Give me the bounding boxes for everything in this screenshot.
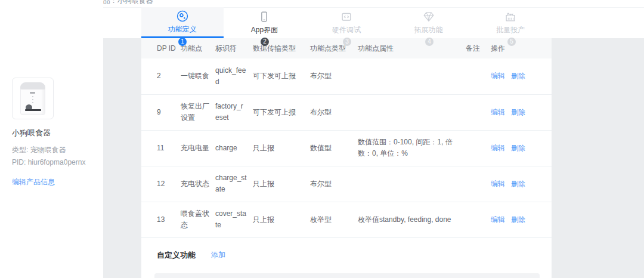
table-row: 12 充电状态 charge_state 只上报 布尔型 编辑删除 — [141, 166, 552, 202]
cell-identifier: charge — [215, 130, 253, 166]
tab-label: 功能定义 — [168, 24, 197, 35]
cell-point-type: 枚举型 — [310, 202, 358, 237]
cell-transfer-type: 可下发可上报 — [253, 58, 310, 94]
cell-identifier: factory_reset — [215, 94, 253, 130]
cell-point-props — [358, 166, 466, 202]
cell-transfer-type: 只上报 — [253, 130, 310, 166]
cell-point-props: 枚举值standby, feeding, done — [358, 202, 466, 237]
cell-point-type: 布尔型 — [310, 94, 358, 130]
gem-icon — [422, 10, 435, 23]
edit-link[interactable]: 编辑 — [491, 180, 505, 188]
cell-identifier: quick_feed — [215, 58, 253, 94]
cell-point-props — [358, 94, 466, 130]
col-point-props: 功能点属性 — [358, 38, 466, 58]
cell-identifier: cover_state — [215, 202, 253, 237]
tab-hardware-debug[interactable]: 硬件调试 — [305, 7, 388, 38]
step-dot-4: 4 — [425, 38, 434, 46]
step-dot-3: 3 — [343, 38, 351, 46]
cell-dp-id: 2 — [141, 58, 181, 94]
product-name: 小狗喂食器 — [12, 128, 51, 138]
tab-mass-production[interactable]: 批量投产 — [469, 7, 552, 38]
cell-function-point: 恢复出厂设置 — [181, 94, 215, 130]
col-dp-id: DP ID — [141, 38, 181, 58]
custom-function-title: 自定义功能 — [157, 250, 196, 261]
delete-link[interactable]: 删除 — [511, 108, 525, 116]
step-tabs: 功能定义 App界面 硬件调试 拓展功能 — [141, 7, 552, 38]
edit-link[interactable]: 编辑 — [491, 72, 505, 80]
tab-label: 硬件调试 — [332, 25, 361, 35]
cell-identifier: charge_state — [215, 166, 253, 202]
table-row: 9 恢复出厂设置 factory_reset 可下发可上报 布尔型 编辑删除 — [141, 94, 552, 130]
datapoint-table: DP ID 功能点 标识符 数据传输类型 功能点类型 功能点属性 备注 操作 2… — [141, 38, 552, 238]
phone-icon — [258, 10, 271, 23]
cell-transfer-type: 只上报 — [253, 202, 310, 237]
col-actions: 操作 — [491, 38, 552, 58]
tab-label: 拓展功能 — [414, 25, 443, 35]
col-identifier: 标识符 — [215, 38, 253, 58]
cell-point-type: 布尔型 — [310, 58, 358, 94]
cell-point-type: 数值型 — [310, 130, 358, 166]
table-row: 2 一键喂食 quick_feed 可下发可上报 布尔型 编辑删除 — [141, 58, 552, 94]
product-pid: PID: hiur6fopma0pernx — [12, 158, 85, 166]
col-remark: 备注 — [466, 38, 491, 58]
edit-link[interactable]: 编辑 — [491, 144, 505, 152]
tab-app-ui[interactable]: App界面 — [224, 7, 306, 38]
tab-extended-functions[interactable]: 拓展功能 — [388, 7, 470, 38]
factory-icon — [504, 10, 517, 23]
pet-feeder-illustration — [20, 82, 45, 115]
delete-link[interactable]: 删除 — [511, 72, 525, 80]
tab-function-definition[interactable]: 功能定义 — [141, 7, 224, 38]
tab-label: 批量投产 — [496, 25, 525, 35]
step-dot-5: 5 — [507, 38, 516, 46]
cell-remark — [466, 166, 491, 202]
delete-link[interactable]: 删除 — [511, 180, 525, 188]
edit-link[interactable]: 编辑 — [491, 215, 505, 224]
step-dot-2: 2 — [261, 38, 269, 46]
cell-remark — [466, 202, 491, 237]
delete-link[interactable]: 删除 — [511, 144, 525, 152]
cell-transfer-type: 可下发可上报 — [253, 94, 310, 130]
sidebar: 小狗喂食器 类型: 宠物喂食器 PID: hiur6fopma0pernx 编辑… — [0, 0, 103, 278]
cell-dp-id: 11 — [141, 130, 181, 166]
cell-function-point: 一键喂食 — [181, 58, 215, 94]
cell-point-props: 数值范围：0-100, 间距：1, 倍数：0, 单位：% — [358, 130, 466, 166]
custom-function-table-header — [154, 273, 540, 278]
content-panel: DP ID 功能点 标识符 数据传输类型 功能点类型 功能点属性 备注 操作 2… — [141, 38, 552, 278]
cell-remark — [466, 94, 491, 130]
cell-remark — [466, 130, 491, 166]
cell-transfer-type: 只上报 — [253, 166, 310, 202]
cell-dp-id: 13 — [141, 202, 181, 237]
cell-dp-id: 9 — [141, 94, 181, 130]
cell-point-props — [358, 58, 466, 94]
product-image — [12, 78, 54, 119]
gear-circle-icon — [176, 10, 189, 23]
cell-point-type: 布尔型 — [310, 166, 358, 202]
step-dot-1: 1 — [178, 38, 187, 46]
code-icon — [340, 10, 353, 23]
delete-link[interactable]: 删除 — [511, 215, 525, 224]
table-row: 13 喂食盖状态 cover_state 只上报 枚举型 枚举值standby,… — [141, 202, 552, 237]
cell-function-point: 喂食盖状态 — [181, 202, 215, 237]
table-row: 11 充电电量 charge 只上报 数值型 数值范围：0-100, 间距：1,… — [141, 130, 552, 166]
edit-product-info-link[interactable]: 编辑产品信息 — [12, 177, 55, 187]
cell-remark — [466, 58, 491, 94]
cell-function-point: 充电状态 — [181, 166, 215, 202]
cell-function-point: 充电电量 — [181, 130, 215, 166]
product-type: 类型: 宠物喂食器 — [12, 145, 66, 155]
cell-dp-id: 12 — [141, 166, 181, 202]
add-custom-function-link[interactable]: 添加 — [211, 250, 225, 260]
tab-label: App界面 — [251, 25, 278, 35]
edit-link[interactable]: 编辑 — [491, 108, 505, 116]
